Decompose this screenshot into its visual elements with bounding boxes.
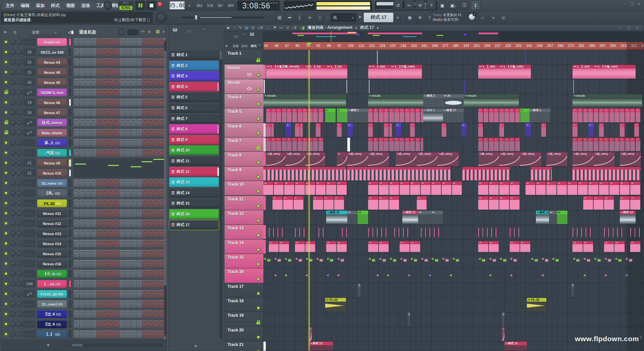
- channel-name-button[interactable]: Nexus #12: [37, 220, 67, 227]
- channel-name-button[interactable]: Bala..olume: [37, 129, 67, 137]
- clip-indigo[interactable]: ≡: [396, 123, 401, 137]
- step-cell[interactable]: [154, 290, 159, 298]
- channel-pan-knob[interactable]: [10, 332, 15, 337]
- step-cell[interactable]: [119, 119, 125, 126]
- clip-smallseq[interactable]: ≡≡≡≡≡≡≡≡≡≡≡≡≡: [573, 108, 641, 122]
- snap-selector[interactable]: 线▸: [331, 13, 356, 22]
- channel-name-button[interactable]: 21..com]: [37, 300, 67, 308]
- step-cell[interactable]: [154, 119, 159, 126]
- clip-auto[interactable]: ∿柱..ency: [396, 152, 416, 166]
- undo-icon[interactable]: ↺: [393, 1, 403, 10]
- step-cell[interactable]: [74, 260, 79, 267]
- step-cell[interactable]: [137, 149, 142, 157]
- clip-trig1[interactable]: ◀: [625, 271, 629, 285]
- step-cell[interactable]: [125, 189, 131, 197]
- step-cell[interactable]: [74, 58, 79, 66]
- step-cell[interactable]: [148, 280, 153, 288]
- step-cell[interactable]: [74, 38, 79, 46]
- step-cell[interactable]: [142, 331, 148, 338]
- arrow-clip[interactable]: ◀: [316, 256, 325, 267]
- step-cell[interactable]: [131, 69, 136, 76]
- step-cell[interactable]: [131, 89, 136, 96]
- stab-clip[interactable]: ↦: [368, 181, 378, 195]
- channel-pan-knob[interactable]: [10, 251, 15, 256]
- step-cell[interactable]: [148, 270, 153, 277]
- small-pattern-clip[interactable]: ≡: [620, 108, 625, 122]
- step-cell[interactable]: [125, 149, 131, 157]
- channel-mute-strip[interactable]: [69, 320, 71, 328]
- step-cell[interactable]: [125, 310, 131, 318]
- track-header[interactable]: Track 21...: [225, 341, 263, 351]
- time-display[interactable]: 3:08:56 M:S:CS: [237, 1, 280, 10]
- step-cell[interactable]: [102, 79, 108, 86]
- clip-smallseq[interactable]: ≡: [573, 123, 580, 137]
- step-cell[interactable]: [137, 69, 142, 76]
- clip-indigo[interactable]: ≡: [526, 123, 531, 137]
- channel-pan-knob[interactable]: [10, 292, 15, 297]
- stab-clip[interactable]: ↦: [478, 196, 488, 210]
- track-header[interactable]: Track 18...: [225, 298, 263, 312]
- step-cell[interactable]: [74, 139, 79, 146]
- channel-pan-knob[interactable]: [10, 211, 15, 216]
- stab-clip[interactable]: ↦: [567, 181, 577, 195]
- step-cell[interactable]: [142, 290, 148, 298]
- stab-clip[interactable]: ↦: [630, 196, 640, 210]
- step-cell[interactable]: [91, 230, 96, 237]
- step-cell[interactable]: [125, 129, 131, 136]
- step-cell[interactable]: [119, 320, 125, 328]
- step-cell[interactable]: [85, 89, 91, 96]
- clip-smallseq[interactable]: ≡: [499, 123, 507, 137]
- step-cell[interactable]: [102, 280, 108, 288]
- step-cell[interactable]: [125, 179, 131, 187]
- small-pattern-clip[interactable]: ≡: [604, 108, 609, 122]
- small-pattern-clip[interactable]: ≡: [494, 138, 499, 151]
- track-mute-led[interactable]: [257, 277, 260, 281]
- step-cell[interactable]: [80, 310, 85, 318]
- step-cell[interactable]: [119, 139, 125, 146]
- step-cell[interactable]: [137, 139, 142, 146]
- channel-name-button[interactable]: Crash: [37, 38, 67, 46]
- small-pattern-clip[interactable]: ≡: [303, 138, 307, 151]
- step-cell[interactable]: [91, 331, 96, 338]
- pl-magnet-icon[interactable]: ∩: [233, 26, 236, 30]
- stab-clip[interactable]: ↦: [379, 196, 389, 210]
- step-cell[interactable]: [142, 270, 148, 277]
- small-pattern-clip[interactable]: ≡: [599, 138, 604, 151]
- step-cell[interactable]: [131, 260, 136, 267]
- arrow-clip[interactable]: ◀: [510, 256, 519, 267]
- channel-volume-knob[interactable]: [17, 120, 22, 125]
- step-cell[interactable]: [108, 280, 113, 288]
- step-cell[interactable]: [85, 210, 91, 217]
- step-cell[interactable]: [91, 310, 96, 318]
- step-cell[interactable]: [74, 48, 79, 56]
- stab-clip-small[interactable]: ↦: [510, 241, 519, 252]
- channel-pan-knob[interactable]: [10, 100, 15, 105]
- clip-stabsm[interactable]: ↦↦: [368, 240, 389, 254]
- channel-value-display[interactable]: 16: [23, 79, 35, 86]
- small-pattern-clip[interactable]: ≡: [504, 108, 509, 122]
- small-pattern-clip[interactable]: ≡: [316, 123, 320, 137]
- step-cell[interactable]: [154, 129, 159, 136]
- clip-audio[interactable]: ↦ 1_【小鬼..cals): [594, 65, 636, 79]
- channel-volume-knob[interactable]: [17, 281, 22, 287]
- step-cell[interactable]: [85, 230, 91, 237]
- step-cell[interactable]: [108, 200, 113, 207]
- step-cell[interactable]: [108, 179, 113, 187]
- step-cell[interactable]: [85, 48, 91, 56]
- clip-p25[interactable]: ↦ 25: [443, 94, 464, 108]
- step-cell[interactable]: [74, 240, 79, 247]
- step-cell[interactable]: [97, 250, 102, 257]
- channel-enable-led[interactable]: [4, 202, 8, 205]
- clip-trig1[interactable]: ◀: [583, 271, 587, 285]
- step-cell[interactable]: [137, 89, 142, 96]
- metronome-icon[interactable]: ⍋: [185, 1, 194, 10]
- pl-mute-icon[interactable]: ◁✕: [257, 26, 263, 30]
- step-cell[interactable]: [142, 69, 148, 76]
- step-cell[interactable]: [91, 89, 96, 96]
- step-cell[interactable]: [131, 109, 136, 116]
- step-cell[interactable]: [102, 119, 108, 126]
- clip-p13lab[interactable]: ≡ 样式 13: [326, 211, 347, 224]
- step-cell[interactable]: [148, 48, 153, 56]
- step-cell[interactable]: [85, 300, 91, 308]
- channel-value-display[interactable]: 21: [23, 160, 35, 166]
